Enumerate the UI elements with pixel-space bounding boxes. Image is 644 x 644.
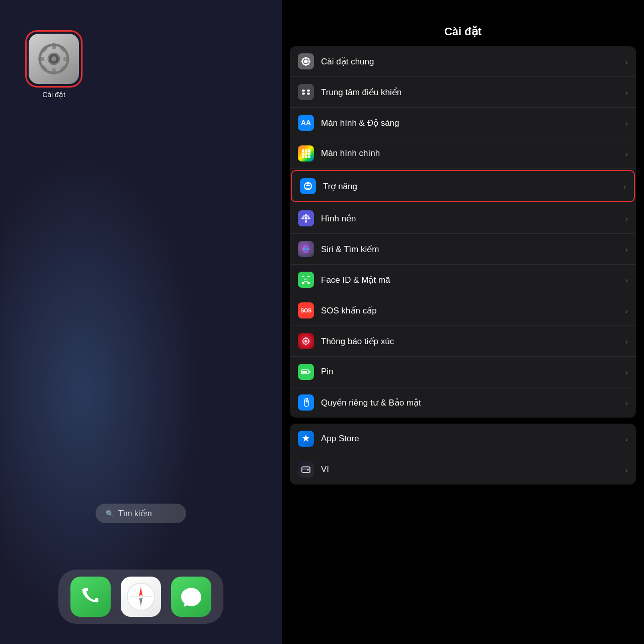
settings-app-icon-container[interactable]: Cài đặt (25, 30, 83, 99)
display-aa-text: AA (301, 119, 311, 127)
settings-label-wallpaper: Hình nền (321, 213, 625, 224)
svg-rect-38 (302, 155, 304, 158)
settings-label-display: Màn hình & Độ sáng (321, 118, 625, 128)
svg-point-50 (301, 217, 304, 219)
svg-point-61 (304, 279, 305, 280)
svg-point-67 (305, 337, 306, 338)
settings-row-privacy[interactable]: Quyền riêng tư & Bảo mật › (290, 387, 636, 418)
siri-icon (301, 244, 311, 254)
settings-label-faceid: Face ID & Mật mã (321, 275, 625, 285)
settings-row-accessibility[interactable]: Trợ năng › (291, 170, 635, 202)
settings-icon-label: Cài đặt (42, 91, 65, 99)
search-bar[interactable]: 🔍 Tìm kiếm (96, 504, 186, 523)
settings-label-privacy: Quyền riêng tư & Bảo mật (321, 397, 625, 408)
faceid-icon (301, 275, 311, 285)
contact-tracing-icon (301, 336, 311, 346)
svg-rect-73 (309, 371, 310, 373)
svg-point-66 (305, 341, 307, 342)
svg-point-69 (302, 341, 303, 342)
settings-icon-siri (298, 241, 314, 257)
phone-svg (78, 584, 103, 609)
settings-row-wallet[interactable]: Ví › (290, 454, 636, 485)
svg-rect-59 (302, 282, 304, 284)
svg-point-51 (307, 217, 310, 219)
accessibility-icon (303, 181, 313, 191)
settings-app-icon[interactable] (29, 34, 79, 84)
chevron-appstore: › (625, 435, 628, 443)
svg-rect-20 (305, 57, 307, 59)
chevron-faceid: › (625, 276, 628, 284)
svg-rect-23 (308, 61, 310, 62)
settings-row-homescreen[interactable]: Màn hình chính › (290, 138, 636, 169)
svg-point-70 (309, 341, 310, 342)
settings-section-apps: App Store › Ví › (290, 424, 636, 485)
svg-rect-35 (302, 152, 304, 155)
settings-icon-control-center (298, 84, 314, 100)
svg-rect-39 (305, 155, 307, 158)
settings-label-battery: Pin (321, 367, 625, 377)
settings-row-appstore[interactable]: App Store › (290, 424, 636, 454)
settings-row-faceid[interactable]: Face ID & Mật mã › (290, 265, 636, 295)
svg-point-47 (305, 217, 307, 220)
sos-text: SOS (300, 307, 311, 313)
svg-point-18 (304, 60, 308, 63)
svg-rect-57 (302, 276, 304, 277)
settings-label-accessibility: Trợ năng (323, 181, 623, 192)
svg-rect-60 (307, 282, 310, 284)
svg-rect-34 (308, 149, 310, 152)
dock-messages-icon[interactable] (171, 577, 211, 617)
svg-rect-78 (302, 468, 310, 470)
settings-title: Cài đặt (294, 25, 632, 38)
chevron-wallet: › (625, 465, 628, 474)
dock-safari-icon[interactable] (121, 577, 161, 617)
svg-point-48 (305, 214, 307, 217)
settings-icon-accessibility (300, 178, 316, 194)
chevron-sos: › (625, 306, 628, 315)
settings-row-battery[interactable]: Pin › (290, 357, 636, 387)
settings-row-siri[interactable]: Siri & Tìm kiếm › (290, 234, 636, 265)
chevron-wallpaper: › (625, 214, 628, 223)
settings-content: Cài đặt chung › Trung tâm điều khiển › (282, 46, 644, 644)
svg-point-11 (51, 56, 56, 61)
settings-row-display[interactable]: AA Màn hình & Độ sáng › (290, 108, 636, 138)
svg-point-49 (305, 220, 307, 223)
svg-rect-29 (307, 90, 310, 92)
settings-label-homescreen: Màn hình chính (321, 148, 625, 158)
settings-row-wallpaper[interactable]: Hình nền › (290, 203, 636, 234)
settings-icon-highlight-border (25, 30, 83, 88)
svg-rect-33 (305, 149, 307, 152)
settings-header: Cài đặt (282, 0, 644, 46)
dock-phone-icon[interactable] (70, 577, 111, 617)
svg-rect-30 (302, 93, 305, 95)
settings-icon-general (298, 53, 314, 69)
flower-icon (301, 213, 311, 223)
settings-icon-faceid (298, 272, 314, 288)
settings-label-wallet: Ví (321, 464, 625, 474)
settings-section-main: Cài đặt chung › Trung tâm điều khiển › (290, 46, 636, 418)
svg-rect-22 (301, 61, 303, 62)
chevron-contact: › (625, 337, 628, 346)
settings-label-siri: Siri & Tìm kiếm (321, 244, 625, 255)
wallet-icon (301, 464, 311, 474)
chevron-accessibility: › (623, 182, 626, 191)
appstore-icon (301, 434, 311, 444)
chevron-homescreen: › (625, 149, 628, 158)
search-icon: 🔍 (106, 510, 114, 518)
settings-row-contact[interactable]: Thông báo tiếp xúc › (290, 326, 636, 357)
svg-point-62 (307, 279, 308, 280)
settings-label-contact: Thông báo tiếp xúc (321, 336, 625, 347)
settings-label-appstore: App Store (321, 434, 625, 444)
settings-label-general: Cài đặt chung (321, 56, 625, 67)
settings-icon-wallet (298, 461, 314, 477)
svg-rect-37 (308, 152, 310, 155)
settings-icon-privacy (298, 394, 314, 411)
settings-icon-battery (298, 364, 314, 380)
settings-row-sos[interactable]: SOS SOS khẩn cấp › (290, 295, 636, 326)
svg-point-68 (305, 344, 306, 345)
settings-row-control-center[interactable]: Trung tâm điều khiển › (290, 77, 636, 108)
settings-gear-svg (36, 41, 71, 76)
svg-point-79 (307, 469, 309, 471)
settings-row-general[interactable]: Cài đặt chung › (290, 46, 636, 77)
settings-icon-contact (298, 333, 314, 349)
svg-rect-58 (307, 276, 310, 277)
